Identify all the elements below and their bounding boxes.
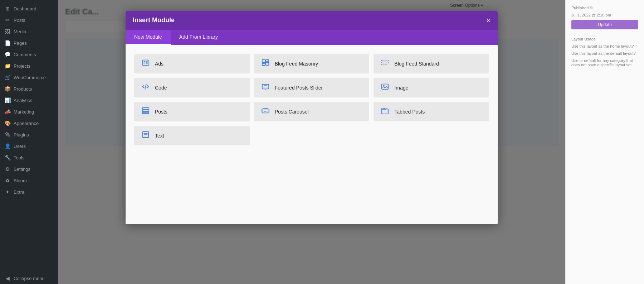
- module-blog-feed-masonry[interactable]: Blog Feed Masonry: [254, 54, 370, 73]
- module-posts[interactable]: Posts: [134, 102, 250, 121]
- sidebar-item-label: Tools: [14, 155, 24, 160]
- svg-rect-3: [262, 63, 265, 66]
- module-posts-label: Posts: [155, 109, 167, 115]
- sidebar-item-label: Products: [14, 86, 32, 92]
- posts-module-icon: [141, 107, 151, 116]
- marketing-icon: 📣: [4, 109, 11, 115]
- sidebar-item-label: Collapse menu: [14, 276, 45, 281]
- sidebar: ⊞ Dashboard ✏ Posts 🖼 Media 📄 Pages 💬 Co…: [0, 0, 58, 284]
- appearance-icon: 🎨: [4, 120, 11, 126]
- right-panel-category-layout: Use or default for any category that doe…: [571, 58, 638, 67]
- sidebar-item-label: Marketing: [14, 109, 34, 115]
- svg-rect-25: [382, 109, 388, 114]
- extra-icon: ✦: [4, 189, 11, 195]
- posts-icon: ✏: [4, 17, 11, 23]
- right-panel-default-layout: Use this layout as the default layout?: [571, 51, 638, 56]
- svg-rect-18: [142, 110, 149, 112]
- sidebar-item-label: Extra: [14, 189, 24, 195]
- posts-carousel-icon: [260, 107, 270, 116]
- modal-tabs: New Module Add From Library: [126, 30, 498, 45]
- sidebar-item-appearance[interactable]: 🎨 Appearance: [0, 117, 58, 129]
- sidebar-item-media[interactable]: 🖼 Media: [0, 26, 58, 37]
- sidebar-item-projects[interactable]: 📁 Projects: [0, 60, 58, 72]
- right-panel-published: Published ©: [571, 6, 638, 10]
- svg-point-16: [384, 85, 385, 86]
- bloom-icon: ✿: [4, 178, 11, 183]
- sidebar-item-plugins[interactable]: 🔌 Plugins: [0, 129, 58, 140]
- svg-rect-20: [263, 109, 268, 113]
- sidebar-item-products[interactable]: 📦 Products: [0, 83, 58, 95]
- sidebar-item-label: Comments: [14, 52, 36, 57]
- modal-overlay: Insert Module × New Module Add From Libr…: [58, 0, 565, 284]
- tab-new-module[interactable]: New Module: [126, 30, 171, 45]
- featured-slider-icon: [260, 83, 270, 92]
- module-image[interactable]: Image: [374, 78, 489, 97]
- sidebar-item-pages[interactable]: 📄 Pages: [0, 37, 58, 49]
- module-ads-label: Ads: [155, 61, 164, 67]
- right-panel: Published © Jul 1, 2022 @ 2:18 pm Update…: [565, 0, 644, 284]
- modal-close-button[interactable]: ×: [486, 17, 491, 24]
- analytics-icon: 📊: [4, 97, 11, 103]
- sidebar-item-bloom[interactable]: ✿ Bloom: [0, 175, 58, 186]
- products-icon: 📦: [4, 86, 11, 92]
- sidebar-item-woocommerce[interactable]: 🛒 WooCommerce: [0, 72, 58, 83]
- svg-rect-19: [142, 112, 149, 114]
- sidebar-item-label: Pages: [14, 40, 27, 46]
- sidebar-item-dashboard[interactable]: ⊞ Dashboard: [0, 3, 58, 14]
- sidebar-item-label: Users: [14, 144, 26, 149]
- module-ads[interactable]: Ads: [134, 54, 250, 73]
- plugins-icon: 🔌: [4, 132, 11, 138]
- sidebar-item-settings[interactable]: ⚙ Settings: [0, 163, 58, 175]
- sidebar-item-marketing[interactable]: 📣 Marketing: [0, 106, 58, 117]
- comments-icon: 💬: [4, 52, 11, 57]
- svg-rect-17: [142, 108, 149, 110]
- module-featured-posts-slider[interactable]: Featured Posts Slider: [254, 78, 370, 97]
- module-tabbed-posts-label: Tabbed Posts: [394, 109, 425, 115]
- blog-masonry-icon: [260, 59, 270, 68]
- svg-rect-1: [262, 60, 265, 63]
- modal-title: Insert Module: [133, 16, 175, 24]
- tab-add-from-library[interactable]: Add From Library: [171, 30, 226, 45]
- tools-icon: 🔧: [4, 155, 11, 160]
- right-panel-layout-usage: Layout Usage: [571, 37, 638, 41]
- ads-icon: [141, 59, 151, 68]
- modal-header: Insert Module ×: [126, 11, 498, 30]
- sidebar-item-label: Media: [14, 29, 26, 34]
- sidebar-item-label: Plugins: [14, 132, 29, 138]
- svg-line-8: [145, 84, 146, 90]
- module-posts-carousel[interactable]: Posts Carousel: [254, 102, 370, 121]
- settings-icon: ⚙: [4, 166, 11, 172]
- text-icon: [141, 131, 151, 140]
- module-blog-masonry-label: Blog Feed Masonry: [275, 61, 318, 67]
- sidebar-item-posts[interactable]: ✏ Posts: [0, 14, 58, 26]
- sidebar-item-users[interactable]: 👤 Users: [0, 140, 58, 152]
- svg-rect-5: [382, 60, 388, 61]
- projects-icon: 📁: [4, 63, 11, 69]
- svg-rect-6: [382, 62, 388, 63]
- sidebar-item-label: Dashboard: [14, 6, 36, 11]
- code-icon: [141, 83, 151, 92]
- module-blog-standard-label: Blog Feed Standard: [394, 61, 439, 67]
- modal-body: Ads Blog Feed Masonry Blog: [126, 45, 498, 224]
- collapse-icon: ◀: [4, 275, 11, 281]
- sidebar-item-label: Analytics: [14, 98, 32, 103]
- tabbed-posts-icon: [380, 107, 390, 116]
- sidebar-item-collapse[interactable]: ◀ Collapse menu: [0, 273, 58, 284]
- sidebar-item-tools[interactable]: 🔧 Tools: [0, 152, 58, 163]
- update-button[interactable]: Update: [571, 20, 638, 29]
- module-text[interactable]: Text: [134, 126, 250, 145]
- sidebar-item-extra[interactable]: ✦ Extra: [0, 186, 58, 198]
- sidebar-item-analytics[interactable]: 📊 Analytics: [0, 95, 58, 106]
- module-tabbed-posts[interactable]: Tabbed Posts: [374, 102, 489, 121]
- module-code[interactable]: Code: [134, 78, 250, 97]
- dashboard-icon: ⊞: [4, 6, 11, 11]
- right-panel-home-layout: Use this layout as the home layout?: [571, 44, 638, 48]
- module-blog-feed-standard[interactable]: Blog Feed Standard: [374, 54, 489, 73]
- sidebar-item-comments[interactable]: 💬 Comments: [0, 49, 58, 60]
- right-panel-date: Jul 1, 2022 @ 2:18 pm: [571, 13, 638, 17]
- svg-rect-4: [266, 62, 269, 65]
- svg-rect-0: [142, 60, 149, 66]
- image-icon: [380, 83, 390, 92]
- sidebar-item-label: Projects: [14, 63, 30, 69]
- svg-point-14: [264, 89, 264, 89]
